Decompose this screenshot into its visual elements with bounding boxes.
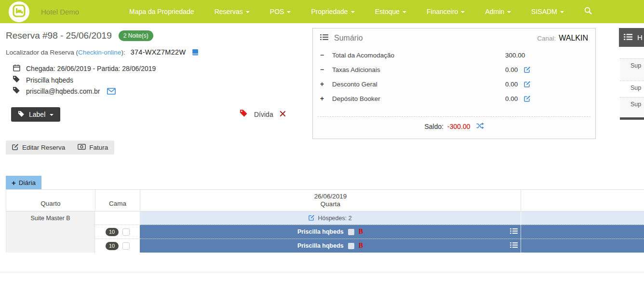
locator-label-suffix: ): — [121, 49, 125, 56]
guest-name: Priscilla hqbeds — [26, 76, 73, 84]
guest-email-row: priscilla@hqbeds.com.br — [13, 86, 116, 96]
summary-header: Sumário Canal: WALKIN — [313, 28, 595, 48]
shuffle-icon — [476, 123, 484, 130]
side-panel-row[interactable]: Sup — [620, 58, 644, 81]
add-daily-label: Diária — [19, 179, 36, 186]
divida-tag-group: Dívida — [240, 109, 286, 119]
remove-divida-button[interactable] — [280, 111, 286, 118]
balance-row: Saldo: -300.00 — [313, 117, 595, 130]
money-icon — [78, 144, 86, 151]
plus-icon: + — [320, 80, 332, 88]
hotel-logo[interactable] — [9, 1, 29, 22]
balance-value: -300.00 — [447, 123, 470, 130]
list-icon — [320, 34, 328, 42]
guest-daily-cell[interactable]: Priscilla hqbeds B — [140, 225, 521, 239]
bed-number-badge: 10 — [106, 228, 119, 236]
guest-daily-cell-next-day — [521, 225, 644, 239]
list-icon — [510, 242, 518, 250]
row-value: 0.00 — [505, 81, 518, 88]
edit-value-button[interactable] — [524, 81, 531, 89]
side-panel-rows: Sup Sup Sup — [620, 58, 644, 120]
nav-item-pos[interactable]: POS — [260, 0, 301, 23]
invoice-label: Fatura — [89, 144, 108, 151]
locator-code: 374-WXZ7M22W — [131, 48, 186, 56]
edit-value-button[interactable] — [524, 95, 531, 103]
page-title: Reserva #98 - 25/06/2019 — [6, 30, 112, 41]
bed-checkbox[interactable] — [122, 242, 130, 250]
guests-cell-next-day — [521, 212, 644, 225]
side-panel: H Sup Sup Sup — [619, 28, 644, 125]
guest-daily-cell-next-day — [521, 239, 644, 253]
transfer-balance-button[interactable] — [476, 123, 484, 130]
calendar-icon — [13, 64, 20, 73]
guest-checkbox[interactable] — [348, 229, 354, 235]
summary-title: Sumário — [334, 34, 363, 42]
chevron-down-icon — [246, 11, 250, 13]
section-divider — [0, 272, 644, 272]
nav-item-admin[interactable]: Admin — [475, 0, 521, 23]
channel-value: WALKIN — [559, 34, 588, 42]
invoice-button[interactable]: Fatura — [71, 141, 114, 155]
side-panel-row[interactable]: Sup — [620, 81, 644, 97]
list-icon — [510, 228, 518, 236]
pencil-square-icon — [524, 66, 531, 74]
tag-icon — [13, 75, 20, 85]
daily-table: Quarto Cama 26/06/2019 Quarta Suite Mast… — [6, 189, 644, 253]
side-panel-row[interactable]: Sup — [620, 97, 644, 117]
plus-icon: + — [320, 95, 332, 102]
guest-checkbox[interactable] — [348, 243, 354, 249]
side-panel-footer-bar — [620, 117, 644, 120]
pencil-square-icon — [12, 143, 19, 152]
checkin-online-link[interactable]: Checkin-online — [78, 49, 121, 56]
guest-flag: B — [359, 228, 363, 236]
envelope-icon[interactable] — [107, 88, 116, 95]
add-daily-button[interactable]: + Diária — [6, 176, 41, 189]
book-copy-icon[interactable] — [192, 49, 199, 56]
guest-email: priscilla@hqbeds.com.br — [26, 87, 100, 95]
row-menu-button[interactable] — [510, 228, 518, 236]
list-icon — [624, 33, 632, 42]
divida-label: Dívida — [254, 111, 273, 118]
guests-cell[interactable]: Hóspedes: 2 — [140, 212, 521, 225]
bed-cell: 10 — [95, 225, 140, 239]
row-value: 0.00 — [505, 95, 518, 102]
channel-info: Canal: WALKIN — [537, 34, 588, 42]
pencil-square-icon — [309, 214, 315, 222]
arrival-departure-text: Chegada: 26/06/2019 - Partida: 28/06/201… — [26, 65, 156, 72]
search-button[interactable] — [574, 0, 602, 23]
side-panel-title: H — [637, 33, 643, 42]
chevron-down-icon — [507, 11, 511, 13]
chevron-down-icon — [50, 114, 54, 116]
guest-daily-cell[interactable]: Priscilla hqbeds B — [140, 239, 521, 253]
chevron-down-icon — [461, 11, 465, 13]
edit-value-button[interactable] — [524, 66, 531, 74]
chevron-down-icon — [287, 11, 291, 13]
summary-row-desconto-geral: + Desconto Geral 0.00 — [313, 77, 595, 91]
bed-logo-icon — [13, 4, 26, 19]
page: Hotel Demo Mapa da Propriedade Reservas … — [0, 0, 644, 282]
reservation-header: Reserva #98 - 25/06/2019 2 Noite(s) — [6, 30, 153, 41]
nav-item-reservas[interactable]: Reservas — [204, 0, 260, 23]
bed-checkbox[interactable] — [122, 228, 130, 236]
column-header-date: 26/06/2019 Quarta — [140, 189, 521, 212]
date-header-weekday: Quarta — [321, 200, 340, 208]
side-panel-header: H — [619, 28, 644, 47]
bed-cell-empty — [95, 212, 140, 225]
pencil-square-icon — [524, 81, 531, 89]
row-menu-button[interactable] — [510, 242, 518, 250]
edit-reservation-button[interactable]: Editar Reserva — [6, 141, 71, 155]
bed-number-badge: 10 — [106, 242, 119, 250]
x-icon — [280, 111, 286, 118]
nav-item-estoque[interactable]: Estoque — [365, 0, 416, 23]
tag-icon — [18, 111, 25, 119]
minus-icon: − — [320, 66, 332, 73]
nav-item-sisadm[interactable]: SISADM — [521, 0, 574, 23]
label-button-text: Label — [29, 111, 45, 118]
balance-label: Saldo: — [424, 123, 443, 130]
column-header-room: Quarto — [6, 189, 95, 212]
row-value: 300.00 — [505, 52, 525, 59]
nav-item-financeiro[interactable]: Financeiro — [416, 0, 475, 23]
nav-item-mapa-da-propriedade[interactable]: Mapa da Propriedade — [119, 0, 204, 23]
nav-item-propriedade[interactable]: Propriedade — [301, 0, 364, 23]
label-button[interactable]: Label — [11, 107, 60, 122]
